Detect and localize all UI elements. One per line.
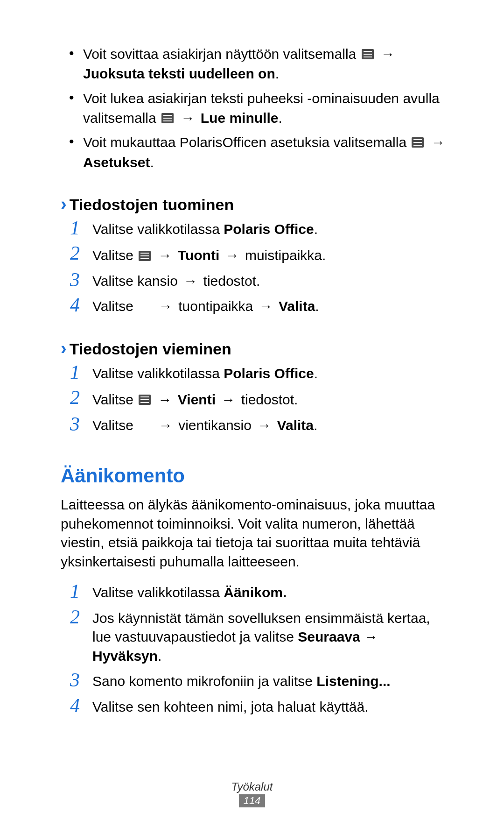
document-page: Voit sovittaa asiakirjan näyttöön valits… — [0, 0, 504, 827]
step-item: 3 Valitse kansio → tiedostot. — [70, 271, 448, 291]
step-list-voice: 1 Valitse valikkotilassa Äänikom. 2 Jos … — [61, 582, 448, 716]
step-text: Valitse → Vienti → tiedostot. — [92, 389, 298, 409]
text: Jos käynnistät tämän sovelluksen ensimmä… — [92, 610, 430, 645]
subheading-title: Tiedostojen vieminen — [70, 340, 231, 358]
step-text: Valitse sen kohteen nimi, jota haluat kä… — [92, 697, 368, 717]
text: Valitse — [92, 247, 137, 263]
step-text: Valitse → tuontipaikka → Valita. — [92, 296, 319, 316]
step-number: 1 — [70, 362, 92, 382]
arrow-icon: → — [257, 416, 271, 435]
text-bold: Lue minulle — [201, 110, 279, 126]
step-number: 3 — [70, 270, 92, 290]
text: . — [158, 648, 161, 664]
step-item: 1 Valitse valikkotilassa Äänikom. — [70, 582, 448, 602]
page-number: 114 — [239, 794, 266, 807]
text-bold: Hyväksyn — [92, 648, 158, 664]
subheading-title: Tiedostojen tuominen — [70, 196, 234, 214]
text-bold: Juoksuta teksti uudelleen on — [83, 66, 275, 81]
arrow-icon: → — [381, 45, 395, 64]
step-text: Valitse kansio → tiedostot. — [92, 271, 260, 291]
text: . — [314, 366, 318, 381]
text-bold: Tuonti — [178, 247, 219, 263]
chevron-icon: › — [61, 194, 67, 214]
text: Valitse valikkotilassa — [92, 585, 224, 600]
subheading-export: › Tiedostojen vieminen — [61, 339, 448, 359]
menu-icon — [412, 137, 424, 148]
step-list-import: 1 Valitse valikkotilassa Polaris Office.… — [61, 219, 448, 316]
text: Valitse — [92, 392, 137, 407]
text: Valitse valikkotilassa — [92, 221, 224, 237]
arrow-icon: → — [221, 390, 235, 410]
step-text: Valitse → vientikansio → Valita. — [92, 415, 317, 435]
arrow-icon: → — [158, 246, 172, 265]
text: . — [150, 154, 154, 170]
text: . — [275, 66, 279, 81]
step-number: 3 — [70, 414, 92, 434]
text-bold: Valita — [275, 298, 315, 314]
bullet-item: Voit sovittaa asiakirjan näyttöön valits… — [83, 44, 448, 84]
step-item: 1 Valitse valikkotilassa Polaris Office. — [70, 219, 448, 239]
text: vientikansio — [175, 417, 255, 433]
paragraph: Laitteessa on älykäs äänikomento-ominais… — [61, 495, 448, 571]
arrow-icon: → — [159, 297, 173, 316]
step-item: 2 Valitse → Vienti → tiedostot. — [70, 389, 448, 409]
step-item: 2 Jos käynnistät tämän sovelluksen ensim… — [70, 608, 448, 666]
bullet-item: Voit lukea asiakirjan teksti puheeksi -o… — [83, 88, 448, 128]
step-number: 4 — [70, 295, 92, 315]
step-number: 2 — [70, 243, 92, 263]
arrow-icon: → — [259, 297, 273, 316]
menu-icon — [139, 395, 151, 405]
text: Voit sovittaa asiakirjan näyttöön valits… — [83, 46, 360, 62]
text-bold: Asetukset — [83, 154, 150, 170]
arrow-icon: → — [360, 629, 378, 644]
step-number: 1 — [70, 581, 92, 601]
footer-section-label: Työkalut — [0, 780, 504, 793]
text: . — [315, 298, 319, 314]
text-bold: Seuraava — [298, 629, 360, 644]
step-number: 3 — [70, 670, 92, 690]
arrow-icon: → — [158, 390, 172, 410]
arrow-icon: → — [183, 272, 197, 291]
heading-voice: Äänikomento — [61, 465, 448, 487]
step-text: Jos käynnistät tämän sovelluksen ensimmä… — [92, 608, 448, 666]
text-bold: Polaris Office — [224, 366, 314, 381]
text: . — [314, 221, 318, 237]
text-bold: Äänikom. — [224, 585, 287, 600]
step-number: 2 — [70, 388, 92, 407]
text: muistipaikka. — [245, 247, 326, 263]
bullet-list: Voit sovittaa asiakirjan näyttöön valits… — [61, 44, 448, 172]
step-list-export: 1 Valitse valikkotilassa Polaris Office.… — [61, 363, 448, 435]
step-number: 1 — [70, 218, 92, 238]
menu-icon — [362, 49, 374, 59]
text-bold: Vienti — [178, 392, 216, 407]
step-text: Sano komento mikrofoniin ja valitse List… — [92, 671, 391, 691]
step-item: 2 Valitse → Tuonti → muistipaikka. — [70, 244, 448, 265]
step-text: Valitse valikkotilassa Polaris Office. — [92, 219, 318, 239]
step-text: Valitse valikkotilassa Äänikom. — [92, 582, 287, 602]
step-text: Valitse valikkotilassa Polaris Office. — [92, 363, 318, 383]
text: Valitse — [92, 298, 137, 314]
arrow-icon: → — [181, 109, 195, 128]
step-item: 1 Valitse valikkotilassa Polaris Office. — [70, 363, 448, 383]
menu-icon — [161, 113, 174, 123]
step-number: 4 — [70, 696, 92, 715]
step-item: 3 Sano komento mikrofoniin ja valitse Li… — [70, 671, 448, 691]
arrow-icon: → — [225, 246, 239, 265]
text: . — [314, 417, 317, 433]
text-bold: Listening... — [316, 673, 390, 689]
bullet-item: Voit mukauttaa PolarisOfficen asetuksia … — [83, 132, 448, 172]
step-number: 2 — [70, 607, 92, 627]
text: Sano komento mikrofoniin ja valitse — [92, 673, 316, 689]
step-item: 4 Valitse → tuontipaikka → Valita. — [70, 296, 448, 316]
step-item: 3 Valitse → vientikansio → Valita. — [70, 415, 448, 435]
text: tiedostot. — [241, 392, 298, 407]
arrow-icon: → — [431, 133, 445, 152]
text-bold: Polaris Office — [224, 221, 314, 237]
chevron-icon: › — [61, 339, 67, 359]
text: Valitse — [92, 417, 137, 433]
text: tiedostot. — [199, 273, 260, 289]
text: Valitse valikkotilassa — [92, 366, 224, 381]
arrow-icon: → — [159, 416, 173, 435]
step-item: 4 Valitse sen kohteen nimi, jota haluat … — [70, 697, 448, 717]
text-bold: Valita — [273, 417, 314, 433]
